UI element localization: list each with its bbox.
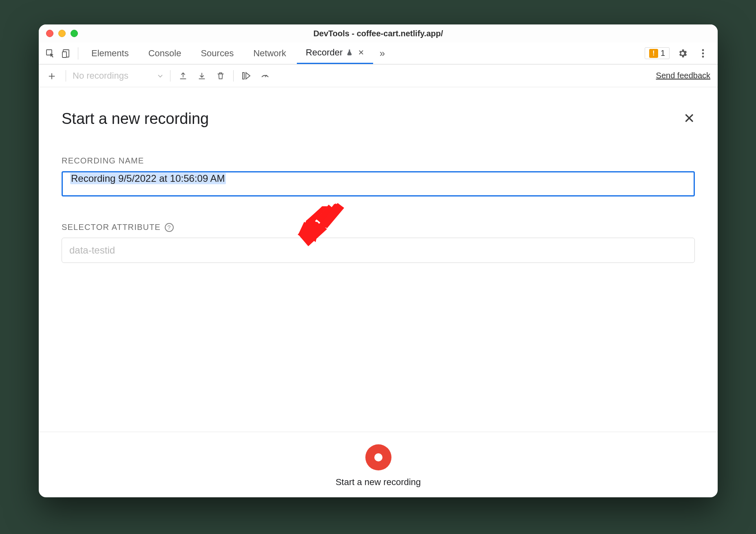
replay-icon[interactable]	[239, 69, 253, 83]
recording-name-input[interactable]	[62, 171, 695, 196]
recorder-toolbar: ＋ No recordings Send feedback	[39, 64, 718, 87]
help-icon[interactable]: ?	[165, 223, 174, 232]
inspect-element-icon[interactable]	[43, 46, 57, 61]
tab-label: Recorder	[306, 47, 343, 58]
divider	[233, 70, 234, 82]
recording-name-field: RECORDING NAME Recording 9/5/2022 at 10:…	[62, 156, 695, 196]
minimize-window-button[interactable]	[58, 30, 66, 37]
close-tab-icon[interactable]: ✕	[358, 48, 364, 57]
settings-icon[interactable]	[675, 46, 690, 61]
divider	[170, 70, 170, 82]
send-feedback-link[interactable]: Send feedback	[656, 71, 710, 80]
devtools-window: DevTools - coffee-cart.netlify.app/ Elem…	[39, 24, 718, 497]
svg-point-3	[702, 49, 704, 51]
device-toolbar-icon[interactable]	[59, 46, 74, 61]
svg-rect-6	[243, 73, 244, 79]
window-title: DevTools - coffee-cart.netlify.app/	[39, 29, 718, 38]
issues-badge[interactable]: ! 1	[645, 47, 670, 59]
tab-recorder[interactable]: Recorder ✕	[297, 42, 373, 64]
selector-attribute-input[interactable]	[62, 238, 695, 263]
divider	[66, 70, 66, 82]
panel-title: Start a new recording	[62, 110, 695, 128]
start-recording-footer: Start a new recording	[39, 432, 718, 497]
more-tabs-icon[interactable]: »	[375, 46, 389, 61]
window-controls	[39, 30, 78, 37]
fullscreen-window-button[interactable]	[71, 30, 78, 37]
divider	[78, 47, 78, 60]
flask-icon	[346, 49, 353, 56]
tab-elements[interactable]: Elements	[82, 42, 138, 64]
svg-point-4	[702, 52, 704, 54]
recordings-placeholder: No recordings	[73, 71, 128, 81]
svg-rect-2	[62, 52, 66, 57]
svg-point-5	[702, 55, 704, 57]
devtools-tabbar: Elements Console Sources Network Recorde…	[39, 42, 718, 64]
tab-label: Console	[148, 48, 181, 59]
selector-attribute-field: SELECTOR ATTRIBUTE ?	[62, 223, 695, 263]
recordings-dropdown[interactable]: No recordings	[69, 71, 167, 81]
start-recording-panel: Start a new recording ✕ RECORDING NAME R…	[39, 87, 718, 263]
delete-icon[interactable]	[214, 69, 228, 83]
record-icon	[374, 453, 382, 461]
tab-network[interactable]: Network	[244, 42, 295, 64]
start-recording-button[interactable]	[365, 444, 391, 470]
recording-name-label: RECORDING NAME	[62, 156, 695, 165]
tab-label: Sources	[201, 48, 234, 59]
selector-attribute-label-text: SELECTOR ATTRIBUTE	[62, 223, 161, 232]
export-icon[interactable]	[176, 69, 190, 83]
tab-label: Elements	[91, 48, 129, 59]
close-panel-icon[interactable]: ✕	[683, 110, 695, 126]
tab-sources[interactable]: Sources	[192, 42, 243, 64]
start-recording-label: Start a new recording	[336, 477, 421, 488]
tab-console[interactable]: Console	[139, 42, 190, 64]
close-window-button[interactable]	[46, 30, 53, 37]
tab-label: Network	[253, 48, 286, 59]
chevron-down-icon	[157, 73, 164, 79]
performance-icon[interactable]	[258, 69, 272, 83]
selector-attribute-label: SELECTOR ATTRIBUTE ?	[62, 223, 695, 232]
new-recording-icon[interactable]: ＋	[46, 68, 62, 84]
warning-count: 1	[661, 49, 665, 58]
recorder-content: Start a new recording ✕ RECORDING NAME R…	[39, 87, 718, 497]
warning-icon: !	[649, 49, 658, 58]
kebab-menu-icon[interactable]	[696, 46, 710, 61]
titlebar: DevTools - coffee-cart.netlify.app/	[39, 24, 718, 42]
import-icon[interactable]	[195, 69, 209, 83]
